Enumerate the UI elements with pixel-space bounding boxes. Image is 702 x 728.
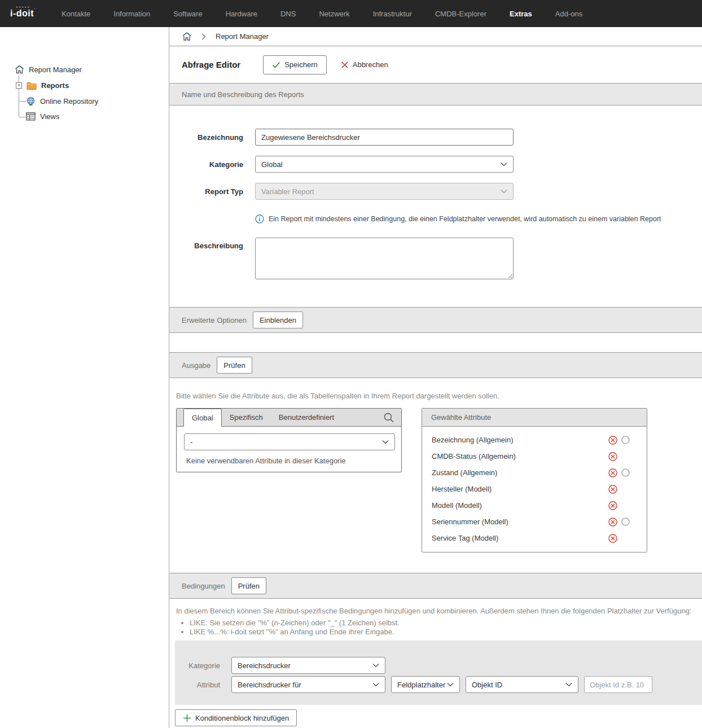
chevron-right-icon bbox=[201, 33, 206, 40]
add-condition-block-button[interactable]: Konditionenblock hinzufügen bbox=[175, 709, 297, 726]
condition-block: Kategorie Bereichsdrucker Attribut Berei… bbox=[175, 641, 702, 705]
hint-text: Ein Report mit mindestens einer Bedingun… bbox=[269, 215, 661, 223]
info-icon bbox=[255, 214, 264, 223]
remove-attribute-icon[interactable] bbox=[608, 534, 617, 543]
placeholder-item: LIKE: Sie setzen die "%" (n-Zeichen) ode… bbox=[190, 619, 702, 627]
selected-attribute-label: Modell (Modell) bbox=[432, 501, 482, 510]
attribute-select[interactable]: - bbox=[184, 433, 395, 450]
bezeichnung-label: Bezeichnung bbox=[169, 133, 243, 142]
no-attributes-message: Keine verwendbaren Attribute in dieser K… bbox=[186, 457, 401, 465]
remove-attribute-icon[interactable] bbox=[608, 518, 617, 527]
bezeichnung-input[interactable] bbox=[255, 129, 514, 146]
tree-connector-stub bbox=[19, 117, 26, 117]
section-label: Ausgabe bbox=[182, 361, 210, 370]
condition-value-input[interactable] bbox=[584, 676, 652, 693]
views-icon bbox=[26, 112, 36, 121]
selected-attribute-row: Seriennummer (Modell) bbox=[422, 514, 647, 530]
section-output: Ausgabe Prüfen bbox=[169, 352, 702, 378]
page-title: Abfrage Editor bbox=[182, 60, 240, 69]
sidebar-item-views[interactable]: Views bbox=[26, 112, 59, 121]
folder-icon bbox=[27, 81, 37, 90]
selected-attribute-label: Hersteller (Modell) bbox=[432, 485, 492, 493]
section-conditions: Bedingungen Prüfen bbox=[169, 573, 702, 599]
sidebar-item-label: Report Manager bbox=[29, 65, 82, 74]
remove-attribute-icon[interactable] bbox=[608, 452, 617, 461]
section-label: Bedingungen bbox=[182, 582, 225, 590]
globe-icon bbox=[26, 97, 36, 106]
breadcrumb: Report Manager bbox=[169, 27, 702, 46]
selected-attribute-label: Zustand (Allgemein) bbox=[432, 468, 497, 477]
condition-operator-select[interactable]: Feldplatzhalter bbox=[391, 676, 460, 693]
condition-attribut-label: Attribut bbox=[175, 681, 220, 689]
report-typ-label: Report Typ bbox=[169, 187, 243, 196]
nav-item-dns[interactable]: DNS bbox=[280, 10, 296, 18]
selected-attribute-row: Service Tag (Modell) bbox=[422, 530, 647, 546]
selected-attribute-row: Hersteller (Modell) bbox=[422, 481, 647, 497]
logo-dots: ····· bbox=[11, 5, 36, 10]
nav-item-kontakte[interactable]: Kontakte bbox=[62, 10, 90, 18]
selected-attributes-panel: Gewählte Attribute Bezeichnung (Allgemei… bbox=[422, 408, 647, 552]
attribute-tabs: Global Spezifisch Benutzerdefiniert bbox=[177, 409, 401, 427]
condition-attribut-select[interactable]: Bereichsdrucker für bbox=[231, 676, 385, 693]
app-logo[interactable]: ·····i-doit˙ bbox=[10, 8, 36, 19]
remove-attribute-icon[interactable] bbox=[608, 468, 617, 477]
chevron-down-icon bbox=[501, 189, 507, 194]
sort-radio[interactable] bbox=[621, 518, 630, 527]
selected-attribute-row: CMDB-Status (Allgemein) bbox=[422, 448, 647, 464]
check-conditions-button[interactable]: Prüfen bbox=[231, 577, 266, 594]
cancel-button[interactable]: Abbrechen bbox=[334, 55, 395, 74]
nav-item-infrastruktur[interactable]: Infrastruktur bbox=[373, 10, 412, 18]
nav-item-software[interactable]: Software bbox=[173, 10, 202, 18]
nav-item-hardware[interactable]: Hardware bbox=[226, 10, 257, 18]
tree-connector-stub bbox=[19, 101, 26, 102]
save-button[interactable]: Speichern bbox=[263, 55, 327, 74]
attributes-section: Bitte wählen Sie die Attribute aus, die … bbox=[169, 378, 702, 573]
variable-report-hint: Ein Report mit mindestens einer Bedingun… bbox=[255, 214, 702, 223]
search-icon[interactable] bbox=[383, 412, 394, 423]
chevron-down-icon bbox=[501, 162, 507, 166]
sidebar-item-reports[interactable]: + Reports bbox=[16, 81, 69, 90]
nav-item-information[interactable]: Information bbox=[113, 10, 150, 18]
selected-attribute-label: Seriennummer (Modell) bbox=[432, 518, 508, 526]
nav-item-netzwerk[interactable]: Netzwerk bbox=[319, 10, 349, 18]
tab-global[interactable]: Global bbox=[183, 409, 222, 427]
nav-item-extras[interactable]: Extras bbox=[510, 10, 532, 18]
condition-kategorie-select[interactable]: Bereichsdrucker bbox=[231, 657, 385, 674]
plus-icon bbox=[183, 714, 191, 722]
beschreibung-label: Beschreibung bbox=[169, 238, 243, 250]
selected-attribute-label: Bezeichnung (Allgemein) bbox=[432, 436, 514, 444]
nav-item-cmdb-explorer[interactable]: CMDB-Explorer bbox=[435, 10, 486, 18]
sidebar-item-label: Views bbox=[40, 112, 59, 121]
breadcrumb-current[interactable]: Report Manager bbox=[216, 32, 269, 41]
selected-attributes-header: Gewählte Attribute bbox=[422, 409, 647, 427]
remove-attribute-icon[interactable] bbox=[608, 485, 617, 494]
selected-attribute-label: CMDB-Status (Allgemein) bbox=[432, 452, 516, 461]
chevron-down-icon bbox=[372, 682, 379, 687]
section-label: Erweiterte Optionen bbox=[182, 316, 247, 324]
kategorie-select[interactable]: Global bbox=[255, 156, 514, 173]
check-icon bbox=[272, 62, 280, 68]
chevron-down-icon bbox=[382, 440, 389, 444]
nav-item-add-ons[interactable]: Add-ons bbox=[555, 10, 582, 18]
condition-objekt-id-select[interactable]: Objekt ID bbox=[466, 676, 578, 693]
beschreibung-textarea[interactable] bbox=[255, 238, 514, 279]
sidebar-item-label: Online Repository bbox=[40, 97, 98, 106]
sort-radio[interactable] bbox=[621, 468, 630, 477]
remove-attribute-icon[interactable] bbox=[608, 436, 617, 445]
home-icon bbox=[15, 65, 24, 74]
sidebar-item-online-repository[interactable]: Online Repository bbox=[26, 97, 98, 106]
tab-benutzerdefiniert[interactable]: Benutzerdefiniert bbox=[271, 409, 342, 426]
sidebar-item-report-manager[interactable]: Report Manager bbox=[15, 65, 82, 74]
sort-radio[interactable] bbox=[621, 436, 630, 445]
remove-attribute-icon[interactable] bbox=[608, 501, 617, 510]
section-gap bbox=[169, 333, 702, 352]
attribute-chooser-panel: Global Spezifisch Benutzerdefiniert - bbox=[176, 408, 402, 472]
top-navigation: ·····i-doit˙ Kontakte Information Softwa… bbox=[0, 0, 702, 27]
report-typ-select: Variabler Report bbox=[255, 183, 514, 200]
check-output-button[interactable]: Prüfen bbox=[217, 357, 252, 374]
expand-icon[interactable]: + bbox=[16, 82, 22, 89]
tab-spezifisch[interactable]: Spezifisch bbox=[222, 409, 271, 426]
breadcrumb-home-icon[interactable] bbox=[182, 32, 192, 41]
show-advanced-button[interactable]: Einblenden bbox=[253, 312, 303, 328]
sidebar-tree: Report Manager + Reports Online Reposito… bbox=[0, 27, 169, 728]
